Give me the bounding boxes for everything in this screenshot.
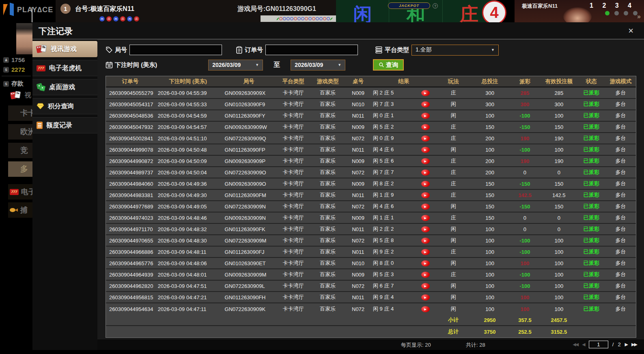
cell-table: N009 xyxy=(345,158,371,164)
bet-chip-red: 庄 xyxy=(134,16,139,21)
round-input[interactable] xyxy=(129,45,222,55)
camera-dot-on[interactable] xyxy=(605,11,610,15)
cell-platform: 卡卡湾厅 xyxy=(276,157,310,165)
tab-points-inquiry[interactable]: 积分查询 xyxy=(32,98,97,114)
cell-game-type: 百家乐 xyxy=(310,101,345,108)
cell-result: 闲 0 庄 1▶ xyxy=(371,112,436,119)
tab-table-games[interactable]: 桌面游戏 xyxy=(32,79,97,95)
sidebar-item-multi[interactable]: 多 xyxy=(8,161,32,177)
cell-round: GN0092630909P xyxy=(222,158,276,164)
result-text: 闲 4 庄 6 xyxy=(373,146,394,153)
play-video-icon[interactable]: ▶ xyxy=(421,158,430,164)
cell-table: N009 xyxy=(345,181,371,187)
jackpot-help-icon[interactable]: ? xyxy=(433,3,438,9)
platform-select[interactable]: 1.全部 ▼ xyxy=(411,45,499,56)
sidebar-item-fishing[interactable]: 捕 xyxy=(8,202,32,218)
camera-dot-off[interactable] xyxy=(624,11,628,15)
play-video-icon[interactable]: ▶ xyxy=(421,272,430,278)
cell-game-type: 百家乐 xyxy=(310,146,345,153)
play-video-icon[interactable]: ▶ xyxy=(421,238,430,244)
tab-quota-records[interactable]: 额度记录 xyxy=(32,117,97,133)
table-row: 2603090450485362026-03-09 04:54:59GN0112… xyxy=(106,110,636,122)
play-video-icon[interactable]: ▶ xyxy=(421,294,430,300)
cell-platform: 卡卡湾厅 xyxy=(276,89,310,97)
sidebar-item-kaka[interactable]: 卡卡 xyxy=(8,105,32,121)
live-video-panel[interactable]: 极速百家乐N11 1 2 3 4 » xyxy=(515,0,644,22)
play-video-icon[interactable]: ▶ xyxy=(421,306,430,312)
cell-time: 2026-03-09 04:51:10 xyxy=(155,135,222,142)
first-page-button[interactable]: ◀◀ xyxy=(573,342,578,347)
sidebar-item-europe[interactable]: 欧洲 xyxy=(8,124,32,139)
sidebar-item-jing[interactable]: 竞 xyxy=(8,143,32,158)
cell-game-type: 百家乐 xyxy=(310,305,345,313)
cell-order: 260309044965776 xyxy=(106,260,155,266)
table-row: 2603090449706552026-03-09 04:48:30GN0722… xyxy=(106,235,636,247)
play-video-icon[interactable]: ▶ xyxy=(421,226,430,232)
cell-status: 已派彩 xyxy=(577,225,605,233)
result-text: 闲 7 庄 7 xyxy=(373,169,394,176)
cell-game-mode: 多台 xyxy=(605,157,636,165)
video-page-dots[interactable] xyxy=(605,11,638,15)
play-video-icon[interactable]: ▶ xyxy=(421,260,430,266)
cell-time: 2026-03-09 04:50:48 xyxy=(155,147,222,153)
play-video-icon[interactable]: ▶ xyxy=(421,204,430,210)
cell-order: 260309045055279 xyxy=(106,90,155,96)
play-video-icon[interactable]: ▶ xyxy=(421,113,430,119)
cell-game-type: 百家乐 xyxy=(310,89,345,97)
diamond-icon xyxy=(37,103,44,109)
play-video-icon[interactable]: ▶ xyxy=(421,147,430,153)
next-page-button[interactable]: ▶ xyxy=(625,342,627,347)
prev-page-button[interactable]: ◀ xyxy=(582,342,584,347)
play-video-icon[interactable]: ▶ xyxy=(421,283,430,289)
play-video-icon[interactable]: ▶ xyxy=(421,192,430,198)
bet-time-filter-label: 下注时间 (美东) xyxy=(115,61,157,69)
cell-table: N009 xyxy=(345,90,371,96)
last-page-button[interactable]: ▶▶ xyxy=(631,342,637,347)
cell-platform: 卡卡湾厅 xyxy=(276,248,310,255)
order-input[interactable] xyxy=(265,45,358,55)
cell-result: 闲 2 庄 5▶ xyxy=(371,89,436,97)
table-row: 2603090449657762026-03-09 04:48:06GN0102… xyxy=(106,258,636,269)
play-video-icon[interactable]: ▶ xyxy=(421,181,430,187)
video-page-numbers[interactable]: 1 2 3 4 xyxy=(590,2,635,9)
cell-valid-bet: 100 xyxy=(541,272,577,278)
date-from-select[interactable]: 2026/03/09 ▼ xyxy=(208,60,263,71)
cell-valid-bet: 100 xyxy=(541,260,577,266)
tab-video-games[interactable]: K♥9♠ 视讯游戏 xyxy=(32,41,103,57)
cell-game-mode: 多台 xyxy=(605,225,636,233)
cell-payout: -100 xyxy=(509,272,541,278)
cell-total-bet: 150 xyxy=(471,124,509,130)
total-label: 总计 xyxy=(436,328,471,335)
camera-dot-off[interactable] xyxy=(614,11,619,15)
cell-game-mode: 多台 xyxy=(605,282,636,290)
sidebar-item-slots[interactable]: 777 电子 xyxy=(8,184,32,200)
deposit-button[interactable]: $ 存款 xyxy=(3,80,24,88)
cell-game-mode: 多台 xyxy=(605,214,636,221)
play-video-icon[interactable]: ▶ xyxy=(421,124,430,130)
cell-valid-bet: 190 xyxy=(541,135,577,142)
play-video-icon[interactable]: ▶ xyxy=(421,249,430,255)
page-input[interactable] xyxy=(589,341,608,348)
cell-platform: 卡卡湾厅 xyxy=(276,191,310,199)
avatar[interactable] xyxy=(16,23,32,54)
cell-game-type: 百家乐 xyxy=(310,225,345,233)
date-to-select[interactable]: 2026/03/09 ▼ xyxy=(291,60,345,71)
close-icon[interactable]: × xyxy=(628,26,633,36)
video-more-icon[interactable]: » xyxy=(637,13,641,20)
deposit-label: 存款 xyxy=(11,80,24,88)
play-video-icon[interactable]: ▶ xyxy=(421,101,430,107)
cell-valid-bet: 0 xyxy=(541,169,577,176)
play-video-icon[interactable]: ▶ xyxy=(421,215,430,221)
slot-777-icon: 777 xyxy=(37,65,45,71)
search-button[interactable]: 查询 xyxy=(373,59,404,71)
play-video-icon[interactable]: ▶ xyxy=(421,135,430,142)
video-games-menu-bg[interactable]: K♥9♠ 视 xyxy=(11,90,31,100)
table-name-label: 台号:极速百家乐N11 xyxy=(75,5,134,13)
cell-game-mode: 多台 xyxy=(605,248,636,255)
bet-zone-player[interactable]: 闲 xyxy=(336,0,389,22)
play-video-icon[interactable]: ▶ xyxy=(421,169,430,176)
play-video-icon[interactable]: ▶ xyxy=(421,90,430,96)
cell-payout: 0 xyxy=(509,169,541,176)
tab-slot-machines[interactable]: 777 电子老虎机 xyxy=(32,60,97,76)
cell-round: GN011263090FM xyxy=(222,192,276,198)
